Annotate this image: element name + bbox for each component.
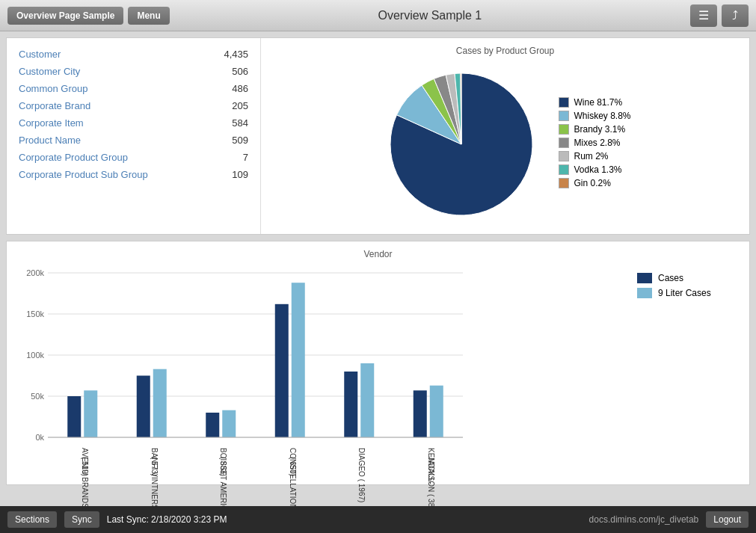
y-axis-label: 100k [26, 351, 44, 360]
bar-legend-item: 9 Liter Cases [637, 288, 742, 298]
y-axis-label: 0k [35, 433, 44, 442]
bar-chart-area: 200k150k100k50k0kAVENIU BRANDS( 519)BANF… [14, 265, 622, 477]
pie-legend-color [559, 151, 569, 161]
table-value: 506 [211, 66, 248, 77]
sync-button[interactable]: Sync [64, 511, 99, 528]
table-value: 7 [211, 152, 248, 163]
table-label: Corporate Product Sub Group [19, 169, 211, 180]
pie-legend-item: Mixes 2.8% [559, 138, 630, 148]
table-row[interactable]: Product Name509 [7, 132, 260, 149]
table-value: 205 [211, 100, 248, 111]
table-label: Customer City [19, 66, 211, 77]
header-left: Overview Page Sample Menu [7, 7, 170, 25]
hamburger-icon-button[interactable]: ☰ [690, 4, 717, 27]
table-row[interactable]: Corporate Item584 [7, 114, 260, 132]
bar-cases[interactable] [275, 304, 289, 437]
table-label: Corporate Product Group [19, 152, 211, 163]
bar-legend: Cases9 Liter Cases [622, 265, 742, 477]
share-icon: ⤴ [732, 9, 738, 22]
table-row[interactable]: Corporate Product Group7 [7, 149, 260, 166]
table-value: 486 [211, 83, 248, 94]
table-label: Common Group [19, 83, 211, 94]
pie-chart-title: Cases by Product Group [268, 46, 742, 56]
table-label: Corporate Item [19, 117, 211, 129]
left-table: Customer4,435Customer City506Common Grou… [7, 38, 261, 234]
x-axis-label: JACKSON ( 3800) [427, 457, 435, 506]
y-axis-label: 50k [31, 392, 44, 401]
pie-legend-label: Mixes 2.8% [574, 138, 620, 148]
pie-legend-item: Rum 2% [559, 151, 630, 161]
pie-legend-label: Wine 81.7% [574, 97, 622, 108]
footer: Sections Sync Last Sync: 2/18/2020 3:23 … [0, 506, 756, 533]
last-sync-text: Last Sync: 2/18/2020 3:23 PM [107, 514, 227, 525]
logout-button[interactable]: Logout [706, 511, 749, 528]
bar-nine-liter[interactable] [153, 369, 167, 437]
bar-legend-label: 9 Liter Cases [658, 288, 711, 298]
table-label: Customer [19, 49, 211, 60]
pie-legend-color [559, 164, 569, 175]
header-right: ☰ ⤴ [690, 4, 749, 27]
table-label: Product Name [19, 135, 211, 146]
pie-legend-label: Whiskey 8.8% [574, 111, 630, 121]
main-content: Customer4,435Customer City506Common Grou… [0, 31, 756, 506]
pie-legend-label: Gin 0.2% [574, 178, 610, 188]
table-value: 584 [211, 117, 248, 129]
table-value: 4,435 [211, 49, 248, 60]
table-row[interactable]: Customer City506 [7, 63, 260, 80]
x-axis-label: ( 573) [150, 457, 159, 476]
bar-legend-color [637, 288, 652, 298]
pie-legend-color [559, 111, 569, 121]
x-axis-label: DIAGEO ( 1967) [357, 448, 366, 502]
bar-chart-section: Vendor 200k150k100k50k0kAVENIU BRANDS( 5… [6, 241, 750, 485]
header: Overview Page Sample Menu Overview Sampl… [0, 0, 756, 31]
overview-page-sample-button[interactable]: Overview Page Sample [7, 7, 123, 25]
bar-legend-label: Cases [658, 273, 683, 283]
sections-button[interactable]: Sections [7, 511, 57, 528]
footer-url: docs.dimins.com/jc_divetab [589, 514, 699, 525]
pie-chart-container: Wine 81.7%Whiskey 8.8%Brandy 3.1%Mixes 2… [268, 62, 742, 227]
x-axis-label: ( 883) [219, 457, 227, 476]
table-row[interactable]: Corporate Product Sub Group109 [7, 166, 260, 183]
page-title: Overview Sample 1 [378, 9, 482, 22]
y-axis-label: 150k [26, 309, 44, 318]
pie-legend-color [559, 124, 569, 135]
bar-cases[interactable] [206, 413, 219, 437]
table-label: Corporate Brand [19, 100, 211, 111]
pie-legend-item: Brandy 3.1% [559, 124, 630, 135]
x-axis-label: ( 519) [81, 457, 89, 476]
bar-nine-liter[interactable] [292, 283, 305, 437]
pie-legend-item: Whiskey 8.8% [559, 111, 630, 121]
pie-legend-item: Wine 81.7% [559, 97, 630, 108]
pie-legend-color [559, 97, 569, 108]
table-row[interactable]: Customer4,435 [7, 46, 260, 63]
table-row[interactable]: Corporate Brand205 [7, 97, 260, 114]
top-section: Customer4,435Customer City506Common Grou… [6, 37, 750, 235]
bar-nine-liter[interactable] [222, 410, 236, 437]
pie-chart-svg [379, 62, 544, 227]
bar-cases[interactable] [137, 376, 150, 438]
bar-cases[interactable] [344, 372, 357, 437]
share-icon-button[interactable]: ⤴ [722, 4, 749, 27]
bar-nine-liter[interactable] [84, 390, 97, 437]
bar-nine-liter[interactable] [360, 363, 374, 437]
y-axis-label: 200k [26, 268, 44, 277]
table-row[interactable]: Common Group486 [7, 80, 260, 97]
menu-button[interactable]: Menu [128, 7, 169, 25]
bar-cases[interactable] [67, 396, 81, 437]
bar-chart-content: 200k150k100k50k0kAVENIU BRANDS( 519)BANF… [14, 265, 742, 477]
table-value: 109 [211, 169, 248, 180]
bar-cases[interactable] [414, 390, 427, 437]
bar-legend-item: Cases [637, 273, 742, 283]
pie-legend-label: Rum 2% [574, 151, 608, 161]
pie-legend-color [559, 138, 569, 148]
table-value: 509 [211, 135, 248, 146]
pie-legend-color [559, 178, 569, 188]
hamburger-icon: ☰ [698, 8, 709, 22]
pie-legend-item: Vodka 1.3% [559, 164, 630, 175]
pie-legend-item: Gin 0.2% [559, 178, 630, 188]
pie-legend-label: Vodka 1.3% [574, 164, 621, 175]
bar-nine-liter[interactable] [430, 386, 443, 437]
x-axis-label: ( 650) [289, 457, 297, 476]
pie-legend: Wine 81.7%Whiskey 8.8%Brandy 3.1%Mixes 2… [559, 97, 630, 191]
bar-chart-title: Vendor [14, 249, 742, 259]
